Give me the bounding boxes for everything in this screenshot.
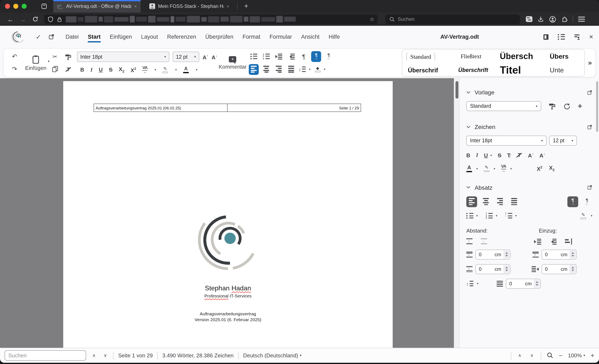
sidebar-paragraph-background-button[interactable]: ✎ [580,213,586,219]
vorlage-dialog-icon[interactable] [587,90,592,95]
vorlage-section-header[interactable]: Vorlage [466,89,592,96]
indent-to-margin-button[interactable] [565,238,572,245]
font-size-combo[interactable]: 12 pt ▾ [173,52,199,62]
spinner-arrows[interactable] [570,265,576,273]
underline-button[interactable]: U [99,67,103,73]
sidebar-strikethrough-button[interactable]: S [498,152,501,158]
paste-dropdown-icon[interactable]: ▾ [48,60,50,63]
character-spacing-button[interactable]: VA↔ [142,66,148,74]
account-icon[interactable] [549,16,556,23]
decrease-spacing-button[interactable] [481,238,487,245]
align-left-button[interactable] [249,64,259,75]
tab-close-icon[interactable]: × [227,4,229,9]
sidebar-align-left-button[interactable] [466,196,477,207]
style-standard[interactable]: Standard [406,53,455,60]
sidebar-ltr-button[interactable]: ¶→ [567,196,578,207]
underline-dropdown-icon[interactable]: ▾ [490,153,492,157]
decrease-indent-button[interactable] [286,51,296,62]
line-spacing-button[interactable]: ↕ [299,67,306,72]
search-next-button[interactable]: ∨ [102,353,109,358]
outline-list-dropdown-icon[interactable]: ▾ [515,214,517,218]
absatz-section-header[interactable]: Absatz [466,184,592,191]
paste-button[interactable]: Einfügen ▾ [24,49,48,77]
extensions-puzzle-icon[interactable] [561,16,568,22]
sidebar-increase-indent-button[interactable] [534,238,541,245]
spinner-arrows[interactable] [503,265,510,273]
document-scrollbar[interactable] [454,78,459,348]
formatting-marks-button[interactable]: ¶ [299,51,309,62]
spinner-arrows[interactable] [503,250,510,259]
zoom-in-button[interactable]: + [590,352,594,359]
sidebar-align-center-button[interactable] [480,196,491,207]
scrollbar-thumb[interactable] [455,81,458,98]
copy-button[interactable] [52,66,58,72]
new-tab-button[interactable]: + [242,2,251,10]
paragraph-background-button[interactable]: ◆ [315,66,320,72]
sidebar-align-right-button[interactable] [495,196,505,207]
sidebar-bold-button[interactable]: B [466,152,470,158]
sidebar-grow-font-button[interactable]: A↑ [528,152,533,159]
absatz-dialog-icon[interactable] [587,185,592,190]
document-canvas[interactable]: Auftragsverarbeitungsvertrag 2025.01 (06… [0,78,454,348]
page-indicator[interactable]: Seite 1 von 29 [118,352,153,359]
redo-button[interactable]: ↷ [12,65,17,73]
zoom-out-button[interactable]: − [559,352,563,359]
above-spacing-spinner[interactable]: 0 cm [476,250,511,260]
document-page[interactable]: Auftragsverarbeitungsvertrag 2025.01 (06… [63,81,393,348]
lock-icon[interactable] [57,16,62,22]
sidebar-font-color-button[interactable]: A [466,165,472,172]
justify-button[interactable] [286,64,296,75]
shadow-button[interactable]: T [507,152,511,158]
style-untertitel[interactable]: Unte [550,66,580,74]
tab-sidebar-icon[interactable] [41,3,47,9]
close-window-button[interactable] [5,4,10,9]
style-titel[interactable]: Titel [500,64,546,76]
open-external-icon[interactable] [48,34,54,40]
sidebar-highlight-button[interactable]: ✎ [484,165,490,172]
browser-search-input[interactable] [398,16,516,22]
next-page-button[interactable]: ∨ [529,353,535,358]
bullet-list-button[interactable] [249,51,259,62]
menu-ueberpruefen[interactable]: Überprüfen [201,31,238,43]
shrink-font-button[interactable]: A↓ [211,53,217,60]
sidebar-numbered-list-button[interactable] [486,213,493,219]
menu-einfuegen[interactable]: Einfügen [105,31,137,43]
menu-formular[interactable]: Formular [265,31,297,43]
sidebar-italic-button[interactable]: I [476,152,478,159]
sidebar-shrink-font-button[interactable]: A↓ [539,152,545,159]
word-count[interactable]: 3.490 Wörter, 28.386 Zeichen [162,352,234,359]
ltr-direction-button[interactable]: ¶→ [311,51,321,62]
sidebar-font-name-combo[interactable]: Inter 18pt ▾ [466,136,546,146]
sidebar-clear-formatting-button[interactable]: T [516,152,522,158]
line-spacing-dropdown-icon[interactable]: ▾ [477,282,479,286]
list-view-icon[interactable] [558,34,565,40]
ribbon-overflow-button[interactable]: » [588,59,592,67]
sidebar-toggle-icon[interactable] [543,34,549,40]
forward-button[interactable]: → [17,16,29,23]
bold-button[interactable]: B [80,67,84,73]
menu-ansicht[interactable]: Ansicht [297,31,324,43]
menu-referenzen[interactable]: Referenzen [162,31,201,43]
style-ueberschrift-3[interactable]: Überschrif [406,67,455,73]
new-style-icon[interactable]: + [578,102,582,110]
reload-button[interactable] [29,16,42,22]
tab-foss-stack[interactable]: Mein FOSS-Stack - Stephan Ha × [146,0,233,12]
after-text-indent-spinner[interactable]: 0 cm [542,264,577,274]
document-search-input[interactable] [5,350,86,361]
comment-button[interactable]: + Kommentar [217,49,248,77]
language-selector[interactable]: Deutsch (Deutschland) ▾ [243,352,302,359]
menu-hamburger-icon[interactable] [578,17,585,22]
subscript-button[interactable]: X2 [119,66,124,73]
bullet-list-dropdown-icon[interactable]: ▾ [476,214,478,218]
style-ueberschrift-1[interactable]: Übersch [500,52,546,61]
address-bar[interactable]: ☆ [44,14,378,24]
downloads-icon[interactable] [537,16,544,22]
sidebar-spacing-button[interactable]: VA↔ [501,165,506,173]
numbered-list-dropdown-icon[interactable]: ▾ [496,214,497,218]
numbered-list-button[interactable] [261,51,271,62]
italic-button[interactable]: I [90,67,93,73]
font-color-dropdown-icon[interactable]: ▾ [476,167,478,170]
character-spacing-dropdown-icon[interactable]: ▾ [155,68,156,72]
zoom-level-selector[interactable]: 100% ▾ [568,352,585,359]
highlight-color-button[interactable]: ✎ [162,67,168,73]
